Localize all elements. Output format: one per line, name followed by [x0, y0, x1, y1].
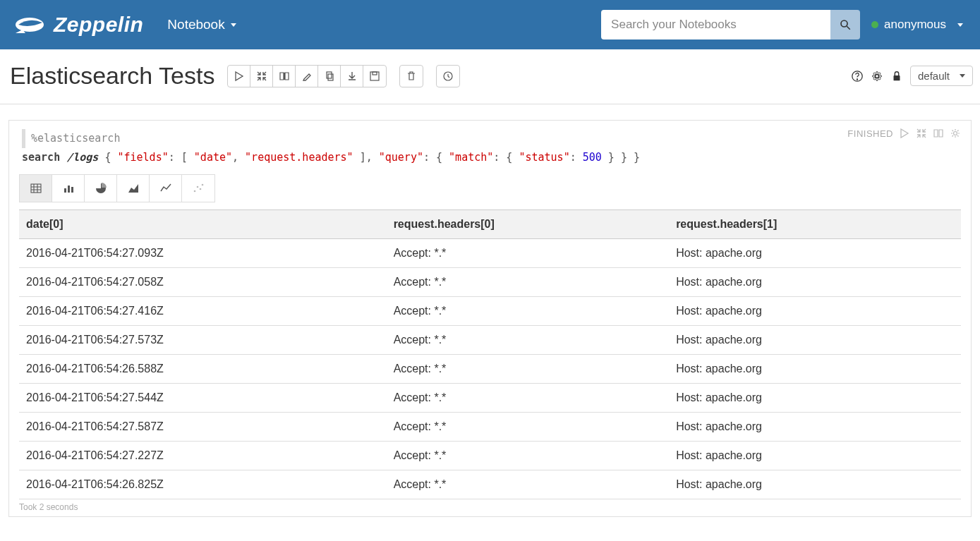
table-cell: Host: apache.org [669, 326, 961, 355]
brand-name: Zeppelin [54, 13, 143, 37]
zeppelin-logo-icon [14, 13, 47, 37]
header-toolbar-main [227, 65, 387, 87]
gear-icon[interactable] [950, 128, 961, 139]
result-table: date[0] request.headers[0] request.heade… [19, 209, 961, 499]
clone-note-button[interactable] [318, 66, 341, 87]
table-cell: Host: apache.org [669, 413, 961, 442]
status-dot-icon [871, 21, 878, 28]
trash-icon [406, 71, 417, 82]
user-label: anonymous [884, 18, 946, 32]
brand-logo[interactable]: Zeppelin [14, 13, 143, 37]
clear-output-button[interactable] [296, 66, 318, 87]
table-cell: 2016-04-21T06:54:26.588Z [19, 355, 387, 384]
viz-tabs [19, 174, 215, 202]
caret-down-icon [960, 74, 965, 78]
help-icon[interactable] [851, 70, 864, 83]
notebook-menu-label: Notebook [167, 17, 224, 32]
svg-point-13 [954, 132, 957, 135]
book-icon[interactable] [933, 128, 944, 139]
save-icon [369, 71, 380, 82]
paragraph-controls: FINISHED [847, 128, 961, 139]
caret-down-icon [957, 23, 963, 27]
play-icon[interactable] [899, 128, 910, 139]
table-header-row: date[0] request.headers[0] request.heade… [19, 210, 961, 239]
download-icon [346, 71, 358, 82]
table-cell: Accept: *.* [387, 326, 670, 355]
user-menu[interactable]: anonymous [869, 13, 966, 36]
paragraph: FINISHED %elasticsearch search /logs { "… [8, 120, 972, 517]
page-header: Elasticsearch Tests [0, 49, 980, 104]
svg-line-2 [847, 26, 850, 30]
svg-point-21 [202, 184, 204, 186]
gear-icon[interactable] [871, 70, 883, 83]
area-chart-icon [128, 183, 139, 194]
export-note-button[interactable] [341, 66, 363, 87]
hide-code-button[interactable] [250, 66, 273, 87]
navbar: Zeppelin Notebook anonymous [0, 0, 980, 49]
svg-rect-7 [373, 72, 377, 75]
code-editor[interactable]: %elasticsearch search /logs { "fields": … [19, 128, 961, 174]
table-cell: 2016-04-21T06:54:27.544Z [19, 384, 387, 413]
book-icon [279, 71, 290, 82]
table-cell: Accept: *.* [387, 297, 670, 326]
took-label: Took 2 seconds [19, 499, 961, 512]
search-input[interactable] [601, 10, 830, 39]
svg-point-19 [197, 186, 199, 188]
table-cell: 2016-04-21T06:54:27.573Z [19, 326, 387, 355]
search-button[interactable] [830, 10, 860, 39]
table-cell: Host: apache.org [669, 355, 961, 384]
code-cmd: search [22, 151, 60, 164]
lock-icon[interactable] [890, 70, 903, 83]
table-cell: Host: apache.org [669, 297, 961, 326]
col-header[interactable]: request.headers[1] [669, 210, 961, 239]
version-control-button[interactable] [363, 66, 386, 87]
table-row: 2016-04-21T06:54:27.416ZAccept: *.*Host:… [19, 297, 961, 326]
svg-point-18 [194, 190, 196, 193]
bar-chart-icon [63, 183, 74, 194]
viz-scatter-tab[interactable] [182, 175, 214, 202]
svg-point-1 [841, 20, 847, 27]
table-cell: Accept: *.* [387, 442, 670, 470]
svg-rect-16 [68, 186, 70, 193]
scatter-chart-icon [193, 183, 204, 194]
table-cell: 2016-04-21T06:54:27.093Z [19, 239, 387, 268]
eraser-icon [301, 71, 313, 82]
viz-area-tab[interactable] [117, 175, 150, 202]
play-icon [234, 71, 245, 82]
notebook-menu[interactable]: Notebook [160, 11, 243, 38]
svg-rect-15 [64, 188, 66, 193]
scheduler-button[interactable] [436, 65, 460, 87]
interpreter-line: %elasticsearch [22, 129, 120, 148]
table-row: 2016-04-21T06:54:27.227ZAccept: *.*Host:… [19, 442, 961, 470]
svg-rect-14 [31, 184, 41, 193]
page-title: Elasticsearch Tests [10, 62, 214, 90]
compress-icon[interactable] [916, 128, 927, 139]
search-wrap [601, 10, 860, 39]
col-header[interactable]: request.headers[0] [387, 210, 670, 239]
svg-rect-4 [327, 72, 332, 78]
code-path: /logs [66, 151, 98, 164]
col-header[interactable]: date[0] [19, 210, 387, 239]
clock-icon [442, 71, 454, 82]
run-all-button[interactable] [228, 66, 250, 87]
viz-pie-tab[interactable] [85, 175, 117, 202]
svg-marker-12 [901, 129, 908, 138]
default-mode-dropdown[interactable]: default [910, 66, 973, 86]
paragraph-status: FINISHED [847, 128, 893, 139]
viz-bar-tab[interactable] [52, 175, 85, 202]
svg-rect-6 [370, 72, 379, 80]
table-cell: Accept: *.* [387, 239, 670, 268]
table-cell: Host: apache.org [669, 239, 961, 268]
table-row: 2016-04-21T06:54:27.093ZAccept: *.*Host:… [19, 239, 961, 268]
table-icon [30, 183, 42, 194]
viz-table-tab[interactable] [20, 175, 52, 202]
table-cell: Accept: *.* [387, 470, 670, 499]
table-cell: 2016-04-21T06:54:26.825Z [19, 470, 387, 499]
svg-point-20 [200, 188, 202, 190]
show-output-button[interactable] [273, 66, 296, 87]
table-row: 2016-04-21T06:54:27.058ZAccept: *.*Host:… [19, 268, 961, 297]
viz-line-tab[interactable] [150, 175, 182, 202]
table-cell: 2016-04-21T06:54:27.227Z [19, 442, 387, 470]
delete-note-button[interactable] [399, 65, 423, 87]
table-cell: 2016-04-21T06:54:27.587Z [19, 413, 387, 442]
